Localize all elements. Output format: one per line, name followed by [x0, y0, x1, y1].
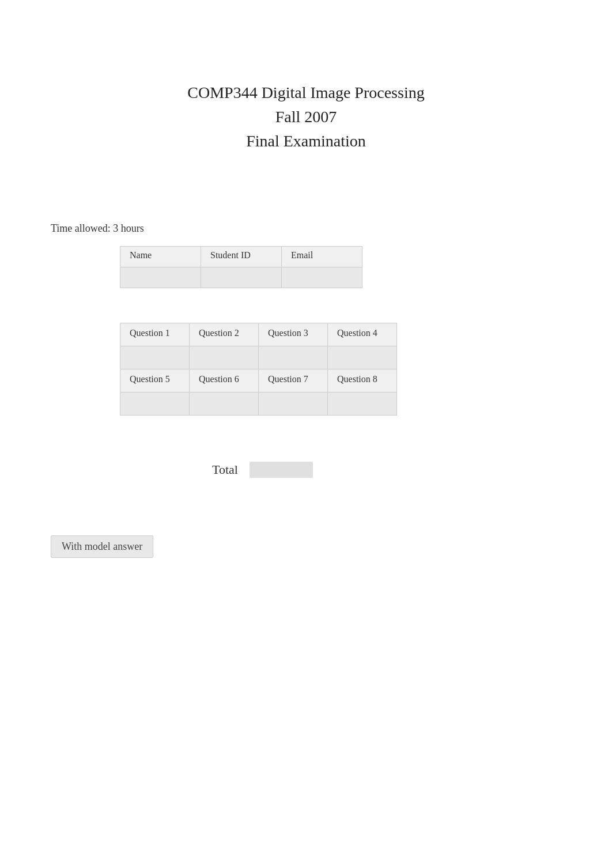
student-id-field[interactable]: [201, 267, 282, 288]
question-4-score[interactable]: [328, 346, 397, 369]
course-line: COMP344 Digital Image Processing: [51, 81, 561, 105]
email-header: Email: [282, 247, 362, 267]
questions-row2-labels: Question 5 Question 6 Question 7 Questio…: [120, 369, 397, 393]
question-5-score[interactable]: [120, 393, 190, 416]
exam-title: COMP344 Digital Image Processing Fall 20…: [51, 81, 561, 153]
questions-table: Question 1 Question 2 Question 3 Questio…: [120, 323, 397, 416]
student-info-header-row: Name Student ID Email: [120, 247, 362, 267]
student-id-header: Student ID: [201, 247, 282, 267]
total-score-box[interactable]: [250, 462, 313, 478]
question-2-label: Question 2: [190, 323, 259, 346]
questions-row2-values[interactable]: [120, 393, 397, 416]
exam-type-line: Final Examination: [51, 129, 561, 153]
question-5-label: Question 5: [120, 369, 190, 393]
total-label: Total: [212, 462, 238, 477]
student-info-value-row[interactable]: [120, 267, 362, 288]
email-field[interactable]: [282, 267, 362, 288]
question-6-label: Question 6: [190, 369, 259, 393]
semester-line: Fall 2007: [51, 105, 561, 129]
question-1-score[interactable]: [120, 346, 190, 369]
page: COMP344 Digital Image Processing Fall 20…: [0, 0, 612, 868]
question-2-score[interactable]: [190, 346, 259, 369]
question-1-label: Question 1: [120, 323, 190, 346]
model-answer-badge: With model answer: [51, 535, 153, 558]
question-7-score[interactable]: [259, 393, 328, 416]
questions-row1-labels: Question 1 Question 2 Question 3 Questio…: [120, 323, 397, 346]
questions-row1-values[interactable]: [120, 346, 397, 369]
name-field[interactable]: [120, 267, 201, 288]
exam-header: COMP344 Digital Image Processing Fall 20…: [51, 81, 561, 153]
question-7-label: Question 7: [259, 369, 328, 393]
question-3-label: Question 3: [259, 323, 328, 346]
time-allowed-text: Time allowed: 3 hours: [51, 222, 561, 235]
question-8-score[interactable]: [328, 393, 397, 416]
question-6-score[interactable]: [190, 393, 259, 416]
total-section: Total: [212, 462, 561, 478]
question-3-score[interactable]: [259, 346, 328, 369]
question-4-label: Question 4: [328, 323, 397, 346]
student-info-table: Name Student ID Email: [120, 246, 362, 288]
name-header: Name: [120, 247, 201, 267]
question-8-label: Question 8: [328, 369, 397, 393]
